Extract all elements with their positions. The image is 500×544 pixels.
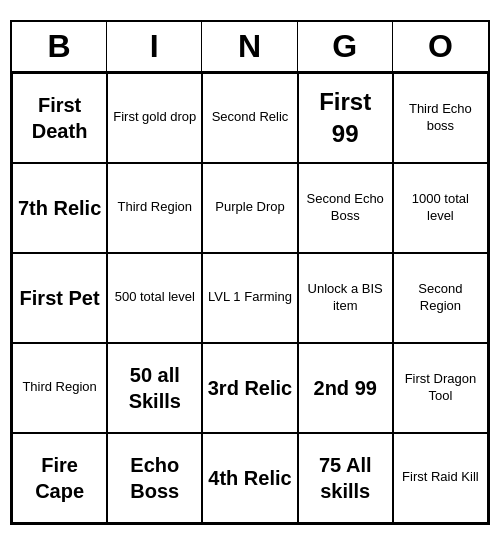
- bingo-cell-r3-c4[interactable]: First Dragon Tool: [393, 343, 488, 433]
- bingo-cell-r1-c4[interactable]: 1000 total level: [393, 163, 488, 253]
- bingo-cell-r4-c0[interactable]: Fire Cape: [12, 433, 107, 523]
- bingo-cell-r0-c4[interactable]: Third Echo boss: [393, 73, 488, 163]
- bingo-cell-r3-c2[interactable]: 3rd Relic: [202, 343, 297, 433]
- bingo-cell-r1-c2[interactable]: Purple Drop: [202, 163, 297, 253]
- bingo-cell-r4-c3[interactable]: 75 All skills: [298, 433, 393, 523]
- bingo-cell-r2-c4[interactable]: Second Region: [393, 253, 488, 343]
- bingo-cell-r2-c3[interactable]: Unlock a BIS item: [298, 253, 393, 343]
- bingo-cell-r0-c2[interactable]: Second Relic: [202, 73, 297, 163]
- bingo-cell-r0-c3[interactable]: First 99: [298, 73, 393, 163]
- bingo-cell-r3-c0[interactable]: Third Region: [12, 343, 107, 433]
- bingo-cell-r1-c1[interactable]: Third Region: [107, 163, 202, 253]
- bingo-grid: First DeathFirst gold dropSecond RelicFi…: [12, 73, 488, 523]
- header-letter-o: O: [393, 22, 488, 71]
- bingo-header: BINGO: [12, 22, 488, 73]
- bingo-cell-r1-c3[interactable]: Second Echo Boss: [298, 163, 393, 253]
- header-letter-g: G: [298, 22, 393, 71]
- bingo-cell-r2-c1[interactable]: 500 total level: [107, 253, 202, 343]
- bingo-cell-r3-c1[interactable]: 50 all Skills: [107, 343, 202, 433]
- bingo-cell-r2-c2[interactable]: LVL 1 Farming: [202, 253, 297, 343]
- bingo-cell-r4-c2[interactable]: 4th Relic: [202, 433, 297, 523]
- header-letter-b: B: [12, 22, 107, 71]
- bingo-cell-r4-c4[interactable]: First Raid Kill: [393, 433, 488, 523]
- header-letter-i: I: [107, 22, 202, 71]
- bingo-cell-r1-c0[interactable]: 7th Relic: [12, 163, 107, 253]
- bingo-cell-r0-c0[interactable]: First Death: [12, 73, 107, 163]
- bingo-cell-r3-c3[interactable]: 2nd 99: [298, 343, 393, 433]
- bingo-cell-r2-c0[interactable]: First Pet: [12, 253, 107, 343]
- bingo-cell-r0-c1[interactable]: First gold drop: [107, 73, 202, 163]
- bingo-card: BINGO First DeathFirst gold dropSecond R…: [10, 20, 490, 525]
- bingo-cell-r4-c1[interactable]: Echo Boss: [107, 433, 202, 523]
- header-letter-n: N: [202, 22, 297, 71]
